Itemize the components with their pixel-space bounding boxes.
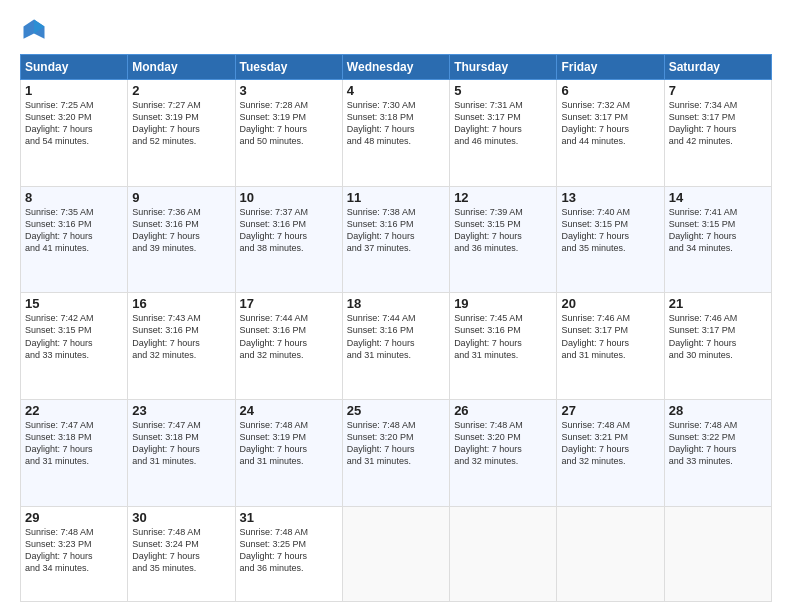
calendar-cell: 27Sunrise: 7:48 AMSunset: 3:21 PMDayligh… [557, 399, 664, 506]
cell-info: Sunrise: 7:37 AMSunset: 3:16 PMDaylight:… [240, 206, 338, 255]
day-number: 5 [454, 83, 552, 98]
cell-info: Sunrise: 7:31 AMSunset: 3:17 PMDaylight:… [454, 99, 552, 148]
cell-info: Sunrise: 7:38 AMSunset: 3:16 PMDaylight:… [347, 206, 445, 255]
calendar-cell: 4Sunrise: 7:30 AMSunset: 3:18 PMDaylight… [342, 80, 449, 187]
weekday-header-monday: Monday [128, 55, 235, 80]
cell-info: Sunrise: 7:46 AMSunset: 3:17 PMDaylight:… [669, 312, 767, 361]
calendar-cell: 11Sunrise: 7:38 AMSunset: 3:16 PMDayligh… [342, 186, 449, 293]
day-number: 4 [347, 83, 445, 98]
weekday-header-friday: Friday [557, 55, 664, 80]
cell-info: Sunrise: 7:27 AMSunset: 3:19 PMDaylight:… [132, 99, 230, 148]
calendar-cell: 22Sunrise: 7:47 AMSunset: 3:18 PMDayligh… [21, 399, 128, 506]
calendar-cell: 15Sunrise: 7:42 AMSunset: 3:15 PMDayligh… [21, 293, 128, 400]
calendar-cell: 20Sunrise: 7:46 AMSunset: 3:17 PMDayligh… [557, 293, 664, 400]
calendar-cell: 30Sunrise: 7:48 AMSunset: 3:24 PMDayligh… [128, 506, 235, 601]
day-number: 24 [240, 403, 338, 418]
cell-info: Sunrise: 7:48 AMSunset: 3:20 PMDaylight:… [454, 419, 552, 468]
cell-info: Sunrise: 7:48 AMSunset: 3:23 PMDaylight:… [25, 526, 123, 575]
calendar-week-row: 1Sunrise: 7:25 AMSunset: 3:20 PMDaylight… [21, 80, 772, 187]
day-number: 20 [561, 296, 659, 311]
header [20, 16, 772, 44]
day-number: 16 [132, 296, 230, 311]
day-number: 14 [669, 190, 767, 205]
calendar-cell: 21Sunrise: 7:46 AMSunset: 3:17 PMDayligh… [664, 293, 771, 400]
calendar-cell: 31Sunrise: 7:48 AMSunset: 3:25 PMDayligh… [235, 506, 342, 601]
cell-info: Sunrise: 7:48 AMSunset: 3:20 PMDaylight:… [347, 419, 445, 468]
calendar-cell: 24Sunrise: 7:48 AMSunset: 3:19 PMDayligh… [235, 399, 342, 506]
calendar-cell [557, 506, 664, 601]
calendar-cell: 3Sunrise: 7:28 AMSunset: 3:19 PMDaylight… [235, 80, 342, 187]
cell-info: Sunrise: 7:44 AMSunset: 3:16 PMDaylight:… [347, 312, 445, 361]
calendar-cell: 5Sunrise: 7:31 AMSunset: 3:17 PMDaylight… [450, 80, 557, 187]
calendar-table: SundayMondayTuesdayWednesdayThursdayFrid… [20, 54, 772, 602]
day-number: 10 [240, 190, 338, 205]
calendar-cell: 13Sunrise: 7:40 AMSunset: 3:15 PMDayligh… [557, 186, 664, 293]
cell-info: Sunrise: 7:44 AMSunset: 3:16 PMDaylight:… [240, 312, 338, 361]
calendar-week-row: 8Sunrise: 7:35 AMSunset: 3:16 PMDaylight… [21, 186, 772, 293]
day-number: 9 [132, 190, 230, 205]
calendar-cell: 17Sunrise: 7:44 AMSunset: 3:16 PMDayligh… [235, 293, 342, 400]
page: SundayMondayTuesdayWednesdayThursdayFrid… [0, 0, 792, 612]
cell-info: Sunrise: 7:48 AMSunset: 3:24 PMDaylight:… [132, 526, 230, 575]
day-number: 26 [454, 403, 552, 418]
calendar-cell: 6Sunrise: 7:32 AMSunset: 3:17 PMDaylight… [557, 80, 664, 187]
calendar-cell: 29Sunrise: 7:48 AMSunset: 3:23 PMDayligh… [21, 506, 128, 601]
calendar-cell: 18Sunrise: 7:44 AMSunset: 3:16 PMDayligh… [342, 293, 449, 400]
day-number: 19 [454, 296, 552, 311]
calendar-cell: 14Sunrise: 7:41 AMSunset: 3:15 PMDayligh… [664, 186, 771, 293]
day-number: 30 [132, 510, 230, 525]
day-number: 2 [132, 83, 230, 98]
weekday-header-sunday: Sunday [21, 55, 128, 80]
calendar-week-row: 22Sunrise: 7:47 AMSunset: 3:18 PMDayligh… [21, 399, 772, 506]
calendar-cell: 25Sunrise: 7:48 AMSunset: 3:20 PMDayligh… [342, 399, 449, 506]
calendar-cell: 8Sunrise: 7:35 AMSunset: 3:16 PMDaylight… [21, 186, 128, 293]
day-number: 23 [132, 403, 230, 418]
cell-info: Sunrise: 7:41 AMSunset: 3:15 PMDaylight:… [669, 206, 767, 255]
calendar-cell: 12Sunrise: 7:39 AMSunset: 3:15 PMDayligh… [450, 186, 557, 293]
calendar-week-row: 29Sunrise: 7:48 AMSunset: 3:23 PMDayligh… [21, 506, 772, 601]
weekday-header-row: SundayMondayTuesdayWednesdayThursdayFrid… [21, 55, 772, 80]
day-number: 25 [347, 403, 445, 418]
cell-info: Sunrise: 7:48 AMSunset: 3:21 PMDaylight:… [561, 419, 659, 468]
calendar-week-row: 15Sunrise: 7:42 AMSunset: 3:15 PMDayligh… [21, 293, 772, 400]
cell-info: Sunrise: 7:48 AMSunset: 3:22 PMDaylight:… [669, 419, 767, 468]
calendar-cell: 2Sunrise: 7:27 AMSunset: 3:19 PMDaylight… [128, 80, 235, 187]
day-number: 13 [561, 190, 659, 205]
cell-info: Sunrise: 7:46 AMSunset: 3:17 PMDaylight:… [561, 312, 659, 361]
calendar-cell: 10Sunrise: 7:37 AMSunset: 3:16 PMDayligh… [235, 186, 342, 293]
calendar-cell: 23Sunrise: 7:47 AMSunset: 3:18 PMDayligh… [128, 399, 235, 506]
weekday-header-saturday: Saturday [664, 55, 771, 80]
cell-info: Sunrise: 7:43 AMSunset: 3:16 PMDaylight:… [132, 312, 230, 361]
calendar-cell: 16Sunrise: 7:43 AMSunset: 3:16 PMDayligh… [128, 293, 235, 400]
calendar-cell [664, 506, 771, 601]
day-number: 7 [669, 83, 767, 98]
cell-info: Sunrise: 7:40 AMSunset: 3:15 PMDaylight:… [561, 206, 659, 255]
day-number: 21 [669, 296, 767, 311]
cell-info: Sunrise: 7:39 AMSunset: 3:15 PMDaylight:… [454, 206, 552, 255]
cell-info: Sunrise: 7:25 AMSunset: 3:20 PMDaylight:… [25, 99, 123, 148]
day-number: 11 [347, 190, 445, 205]
cell-info: Sunrise: 7:47 AMSunset: 3:18 PMDaylight:… [132, 419, 230, 468]
calendar-cell: 26Sunrise: 7:48 AMSunset: 3:20 PMDayligh… [450, 399, 557, 506]
day-number: 17 [240, 296, 338, 311]
weekday-header-wednesday: Wednesday [342, 55, 449, 80]
calendar-cell [450, 506, 557, 601]
day-number: 1 [25, 83, 123, 98]
day-number: 15 [25, 296, 123, 311]
cell-info: Sunrise: 7:32 AMSunset: 3:17 PMDaylight:… [561, 99, 659, 148]
cell-info: Sunrise: 7:48 AMSunset: 3:19 PMDaylight:… [240, 419, 338, 468]
cell-info: Sunrise: 7:28 AMSunset: 3:19 PMDaylight:… [240, 99, 338, 148]
cell-info: Sunrise: 7:34 AMSunset: 3:17 PMDaylight:… [669, 99, 767, 148]
cell-info: Sunrise: 7:48 AMSunset: 3:25 PMDaylight:… [240, 526, 338, 575]
day-number: 18 [347, 296, 445, 311]
day-number: 28 [669, 403, 767, 418]
day-number: 8 [25, 190, 123, 205]
day-number: 6 [561, 83, 659, 98]
cell-info: Sunrise: 7:47 AMSunset: 3:18 PMDaylight:… [25, 419, 123, 468]
day-number: 29 [25, 510, 123, 525]
weekday-header-tuesday: Tuesday [235, 55, 342, 80]
cell-info: Sunrise: 7:35 AMSunset: 3:16 PMDaylight:… [25, 206, 123, 255]
calendar-cell: 7Sunrise: 7:34 AMSunset: 3:17 PMDaylight… [664, 80, 771, 187]
cell-info: Sunrise: 7:42 AMSunset: 3:15 PMDaylight:… [25, 312, 123, 361]
calendar-cell [342, 506, 449, 601]
